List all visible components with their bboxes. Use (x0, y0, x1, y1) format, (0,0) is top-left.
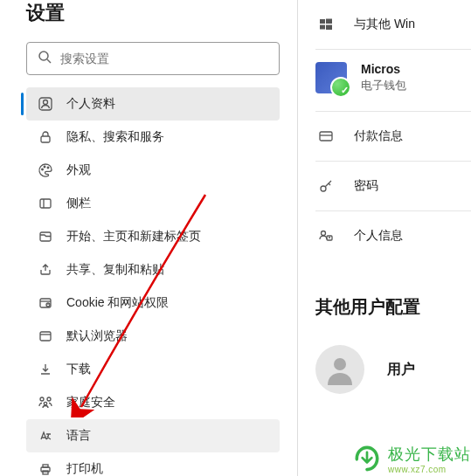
sidebar-item-cookies[interactable]: Cookie 和网站权限 (26, 286, 280, 320)
family-icon (37, 394, 54, 411)
svg-point-6 (44, 166, 45, 168)
sidebar-item-label: 隐私、搜索和服务 (66, 129, 164, 145)
sidebar-item-label: 共享、复制和粘贴 (66, 262, 164, 278)
svg-rect-8 (40, 199, 51, 208)
watermark-logo-icon (351, 443, 383, 474)
sidebar-item-label: 个人资料 (66, 96, 115, 112)
share-icon (37, 261, 54, 279)
sidebar-item-profile[interactable]: 个人资料 (26, 87, 280, 121)
sidebar-item-label: 家庭安全 (66, 395, 115, 410)
sidebar-item-language[interactable]: 语言 (26, 419, 280, 452)
sidebar-item-default-browser[interactable]: 默认浏览器 (26, 320, 280, 353)
sidebar-item-sidebar[interactable]: 侧栏 (26, 187, 280, 220)
sidebar-item-label: 语言 (66, 428, 91, 444)
language-icon (37, 427, 54, 445)
payment-row[interactable]: 付款信息 (315, 112, 471, 162)
sidebar-item-start[interactable]: 开始、主页和新建标签页 (26, 220, 280, 253)
wallet-shield-icon (315, 62, 347, 93)
microsoft-sub: 电子钱包 (361, 78, 471, 93)
download-icon (37, 361, 54, 378)
svg-rect-21 (43, 465, 48, 467)
svg-point-7 (47, 167, 49, 169)
password-label: 密码 (354, 178, 378, 194)
sync-row[interactable]: 与其他 Win (315, 0, 471, 50)
microsoft-card[interactable]: Micros 电子钱包 (315, 50, 471, 112)
watermark-url: www.xz7.com (388, 465, 471, 474)
sidebar-item-label: 默认浏览器 (66, 328, 128, 344)
lock-icon (37, 128, 54, 146)
panel-icon (37, 195, 54, 212)
palette-icon (37, 162, 54, 179)
other-profiles-title: 其他用户配置 (315, 295, 471, 319)
search-icon (38, 50, 52, 67)
sidebar-item-label: 外观 (66, 162, 91, 178)
search-input-container[interactable] (26, 42, 280, 75)
key-icon (315, 176, 336, 197)
sidebar-item-label: 下载 (66, 362, 91, 377)
svg-point-17 (40, 397, 44, 401)
sidebar-item-downloads[interactable]: 下载 (26, 353, 280, 386)
avatar (315, 345, 364, 394)
svg-rect-29 (326, 25, 332, 31)
printer-icon (37, 460, 54, 476)
user-label: 用户 (387, 361, 415, 379)
svg-rect-22 (43, 471, 48, 474)
user-row[interactable]: 用户 (315, 345, 471, 394)
svg-point-33 (322, 231, 326, 236)
svg-rect-15 (40, 332, 51, 341)
svg-point-19 (44, 402, 46, 404)
sidebar-item-share[interactable]: 共享、复制和粘贴 (26, 253, 280, 286)
svg-point-5 (42, 169, 44, 170)
svg-point-32 (321, 186, 326, 191)
sidebar-item-label: Cookie 和网站权限 (66, 295, 169, 311)
card-icon (315, 126, 336, 147)
watermark: 极光下载站 www.xz7.com (351, 443, 471, 474)
svg-point-18 (47, 397, 51, 401)
sidebar-item-printers[interactable]: 打印机 (26, 452, 280, 476)
microsoft-title: Micros (361, 62, 471, 76)
personal-info-row[interactable]: 个人信息 (315, 211, 471, 260)
svg-rect-28 (320, 25, 325, 30)
personal-info-label: 个人信息 (354, 228, 403, 244)
sidebar-item-label: 开始、主页和新建标签页 (66, 229, 201, 245)
svg-line-1 (47, 59, 51, 63)
tab-icon (37, 228, 54, 245)
sidebar-item-appearance[interactable]: 外观 (26, 154, 280, 187)
watermark-text: 极光下载站 (388, 444, 471, 465)
svg-rect-4 (41, 136, 50, 142)
svg-rect-26 (320, 19, 325, 24)
svg-point-36 (334, 358, 346, 370)
sidebar-item-privacy[interactable]: 隐私、搜索和服务 (26, 121, 280, 154)
password-row[interactable]: 密码 (315, 162, 471, 211)
sidebar-item-label: 侧栏 (66, 196, 91, 211)
svg-point-0 (39, 52, 48, 60)
settings-title: 设置 (26, 0, 280, 26)
svg-rect-30 (320, 132, 332, 141)
sidebar-item-family[interactable]: 家庭安全 (26, 386, 280, 419)
sync-label: 与其他 Win (354, 17, 415, 32)
payment-label: 付款信息 (354, 128, 403, 144)
search-input[interactable] (60, 52, 268, 66)
profile-icon (37, 95, 54, 113)
cookie-icon (37, 294, 54, 312)
sidebar-item-label: 打印机 (66, 461, 103, 476)
browser-icon (37, 328, 54, 345)
person-card-icon (315, 225, 336, 246)
svg-point-3 (44, 100, 48, 105)
windows-icon (315, 14, 336, 35)
svg-rect-27 (326, 19, 332, 24)
